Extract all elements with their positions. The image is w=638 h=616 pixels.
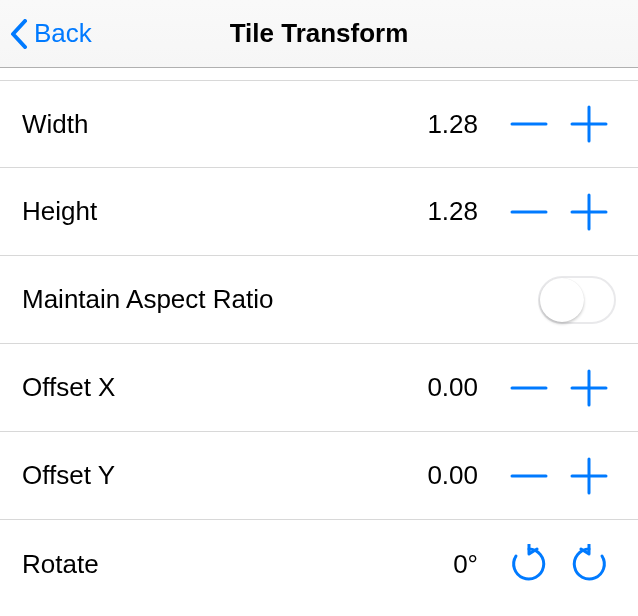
row-offsety: Offset Y 0.00 (0, 432, 638, 520)
rotate-cw-icon (509, 544, 549, 584)
back-button[interactable]: Back (0, 18, 92, 49)
row-width: Width 1.28 (0, 80, 638, 168)
offsetx-decrement-button[interactable] (502, 361, 556, 415)
height-decrement-button[interactable] (502, 185, 556, 239)
plus-icon (570, 105, 608, 143)
plus-icon (570, 193, 608, 231)
chevron-left-icon (10, 19, 28, 49)
offsety-label: Offset Y (22, 460, 422, 491)
settings-list: Width 1.28 Height 1.28 (0, 68, 638, 608)
page-title: Tile Transform (230, 18, 409, 49)
width-increment-button[interactable] (562, 97, 616, 151)
height-value: 1.28 (422, 196, 478, 227)
minus-icon (510, 193, 548, 231)
offsetx-increment-button[interactable] (562, 361, 616, 415)
offsety-value: 0.00 (422, 460, 478, 491)
width-label: Width (22, 109, 422, 140)
rotate-ccw-icon (569, 544, 609, 584)
toggle-knob (540, 278, 584, 322)
minus-icon (510, 105, 548, 143)
width-decrement-button[interactable] (502, 97, 556, 151)
row-height: Height 1.28 (0, 168, 638, 256)
aspect-label: Maintain Aspect Ratio (22, 284, 538, 315)
rotate-ccw-button[interactable] (562, 537, 616, 591)
offsetx-value: 0.00 (422, 372, 478, 403)
rotate-label: Rotate (22, 549, 422, 580)
offsety-increment-button[interactable] (562, 449, 616, 503)
row-aspect-ratio: Maintain Aspect Ratio (0, 256, 638, 344)
height-label: Height (22, 196, 422, 227)
width-value: 1.28 (422, 109, 478, 140)
rotate-cw-button[interactable] (502, 537, 556, 591)
minus-icon (510, 457, 548, 495)
back-label: Back (34, 18, 92, 49)
plus-icon (570, 457, 608, 495)
plus-icon (570, 369, 608, 407)
aspect-toggle[interactable] (538, 276, 616, 324)
height-increment-button[interactable] (562, 185, 616, 239)
minus-icon (510, 369, 548, 407)
row-offsetx: Offset X 0.00 (0, 344, 638, 432)
offsety-decrement-button[interactable] (502, 449, 556, 503)
rotate-value: 0° (422, 549, 478, 580)
navbar: Back Tile Transform (0, 0, 638, 68)
row-rotate: Rotate 0° (0, 520, 638, 608)
offsetx-label: Offset X (22, 372, 422, 403)
